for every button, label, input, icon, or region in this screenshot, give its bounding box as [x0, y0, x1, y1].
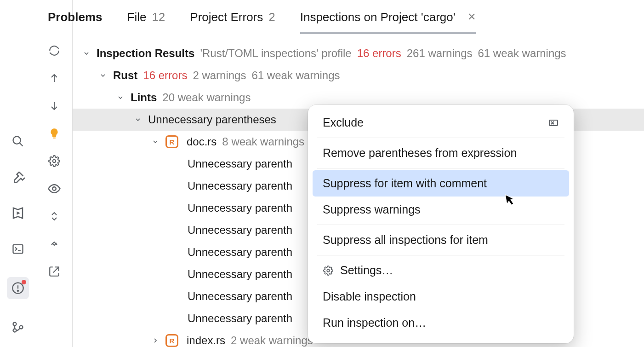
- svg-point-9: [13, 323, 17, 326]
- results-profile: 'Rust/TOML inspections' profile: [200, 47, 351, 60]
- svg-rect-14: [52, 138, 56, 139]
- tab-inspections[interactable]: Inspections on Project 'cargo' ✕: [300, 0, 476, 34]
- activity-bar: [0, 0, 36, 347]
- item-label: Unnecessary parenth: [188, 312, 292, 325]
- lints-weak: 20 weak warnings: [162, 91, 251, 104]
- tab-project-errors[interactable]: Project Errors 2: [190, 0, 275, 34]
- menu-suppress-warnings[interactable]: Suppress warnings: [313, 197, 569, 223]
- svg-rect-18: [549, 120, 558, 126]
- file-weak: 8 weak warnings: [222, 135, 304, 148]
- tab-label: Problems: [48, 10, 103, 24]
- menu-label: Suppress all inspections for item: [323, 233, 488, 247]
- menu-separator: [317, 138, 564, 138]
- gear-icon: [323, 266, 334, 276]
- svg-point-15: [52, 160, 56, 163]
- menu-label: Suppress warnings: [323, 203, 421, 216]
- svg-point-10: [13, 329, 17, 332]
- rust-file-icon: R: [165, 334, 178, 347]
- import-down-icon[interactable]: [45, 97, 63, 115]
- tab-problems[interactable]: Problems: [48, 0, 103, 34]
- svg-marker-3: [17, 211, 21, 215]
- chevron-down-icon[interactable]: [133, 115, 142, 124]
- svg-rect-4: [13, 245, 23, 254]
- item-label: Unnecessary parenth: [188, 157, 292, 170]
- svg-line-17: [53, 267, 58, 272]
- close-icon[interactable]: ✕: [467, 11, 476, 23]
- gear-icon[interactable]: [45, 152, 63, 170]
- menu-exclude[interactable]: Exclude: [313, 110, 569, 136]
- results-weak: 61 weak warnings: [478, 47, 566, 60]
- svg-point-0: [13, 137, 21, 144]
- menu-separator: [317, 255, 564, 255]
- chevron-down-icon[interactable]: [98, 71, 108, 80]
- menu-run-inspection[interactable]: Run inspection on…: [313, 310, 569, 336]
- menu-suppress-item[interactable]: Suppress for item with comment: [313, 170, 569, 197]
- problems-tabs: Problems File 12 Project Errors 2 Inspec…: [36, 0, 644, 34]
- item-label: Unnecessary parenth: [188, 268, 292, 281]
- export-up-icon[interactable]: [45, 69, 63, 87]
- problems-icon[interactable]: [7, 277, 29, 299]
- vcs-icon[interactable]: [10, 319, 26, 335]
- tab-count: 12: [152, 10, 165, 24]
- tab-count: 2: [268, 10, 275, 24]
- results-errors: 16 errors: [357, 47, 401, 60]
- chevron-down-icon[interactable]: [151, 137, 160, 146]
- tab-label: Inspections on Project 'cargo': [300, 10, 456, 24]
- svg-line-1: [20, 143, 23, 146]
- exclude-icon: [548, 117, 559, 128]
- menu-label: Disable inspection: [323, 290, 416, 303]
- build-icon[interactable]: [10, 169, 26, 185]
- menu-separator: [317, 225, 564, 225]
- menu-disable-inspection[interactable]: Disable inspection: [313, 283, 569, 310]
- rust-label: Rust: [113, 69, 137, 82]
- menu-settings[interactable]: Settings…: [313, 257, 569, 283]
- chevron-down-icon[interactable]: [116, 93, 125, 102]
- rust-warnings: 2 warnings: [193, 69, 246, 82]
- chevron-down-icon[interactable]: [82, 49, 91, 58]
- item-label: Unnecessary parenth: [188, 224, 292, 237]
- terminal-icon[interactable]: [10, 241, 26, 257]
- item-label: Unnecessary parenth: [188, 202, 292, 214]
- rust-file-icon: R: [165, 135, 178, 148]
- bulb-icon[interactable]: [45, 124, 63, 143]
- menu-label: Remove parentheses from expression: [323, 146, 517, 160]
- svg-point-16: [52, 187, 56, 191]
- lints-label: Lints: [131, 91, 157, 104]
- item-label: Unnecessary parenth: [188, 290, 292, 303]
- menu-label: Exclude: [323, 116, 364, 129]
- preview-icon[interactable]: [45, 179, 63, 198]
- run-icon[interactable]: [10, 205, 26, 221]
- file-weak: 2 weak warnings: [231, 334, 313, 347]
- results-title: Inspection Results: [97, 47, 194, 60]
- tab-label: File: [127, 10, 147, 24]
- expand-collapse-icon[interactable]: [45, 207, 63, 226]
- inspection-toolbar: [36, 0, 73, 347]
- refresh-icon[interactable]: [45, 41, 63, 60]
- item-label: Unnecessary parenth: [188, 246, 292, 259]
- unnecessary-label: Unnecessary parentheses: [148, 113, 276, 126]
- svg-point-8: [17, 290, 18, 291]
- tree-row-rust[interactable]: Rust 16 errors 2 warnings 61 weak warnin…: [82, 64, 644, 87]
- item-label: Unnecessary parenth: [188, 179, 292, 192]
- tab-file[interactable]: File 12: [127, 0, 165, 34]
- results-warnings: 261 warnings: [407, 47, 473, 60]
- file-name: doc.rs: [187, 135, 217, 148]
- menu-remove-parentheses[interactable]: Remove parentheses from expression: [313, 140, 569, 166]
- svg-point-21: [327, 269, 330, 272]
- open-external-icon[interactable]: [45, 262, 63, 281]
- search-icon[interactable]: [10, 133, 26, 149]
- tab-label: Project Errors: [190, 10, 263, 24]
- menu-separator: [317, 168, 564, 168]
- context-menu: Exclude Remove parentheses from expressi…: [308, 105, 574, 343]
- rust-errors: 16 errors: [143, 69, 187, 82]
- menu-suppress-all[interactable]: Suppress all inspections for item: [313, 227, 569, 253]
- chevron-right-icon[interactable]: [151, 336, 160, 345]
- menu-label: Run inspection on…: [323, 316, 426, 330]
- file-name: index.rs: [187, 334, 225, 347]
- rust-weak: 61 weak warnings: [251, 69, 340, 82]
- collapse-all-icon[interactable]: [45, 235, 63, 253]
- menu-label: Settings…: [340, 264, 393, 277]
- menu-label: Suppress for item with comment: [323, 177, 487, 190]
- tree-row-results[interactable]: Inspection Results 'Rust/TOML inspection…: [82, 42, 644, 64]
